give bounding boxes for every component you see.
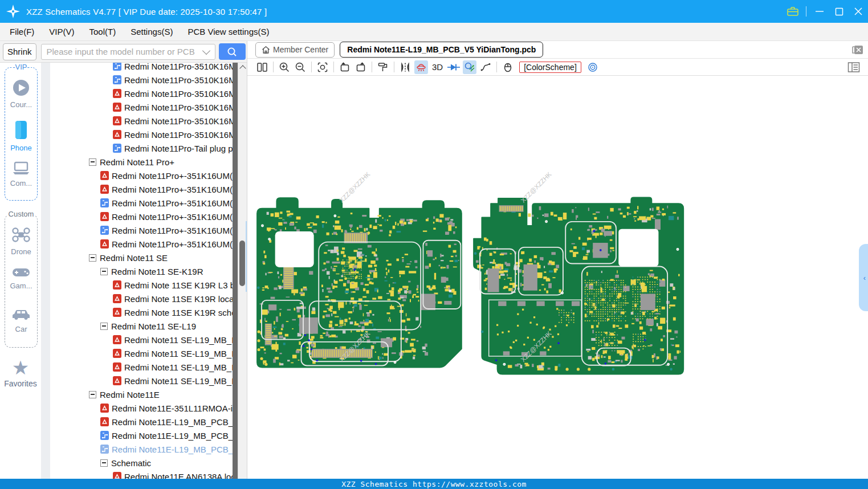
collapse-icon[interactable] [100, 323, 108, 330]
tree-item[interactable]: Redmi Note11Pro+-351K16UM( [50, 210, 233, 223]
collapse-panel-handle-right[interactable]: ‹ [859, 244, 868, 311]
sidebar-item-phone[interactable]: Phone [5, 120, 37, 152]
tree-item[interactable]: Redmi Note11E-351L11RMOA-i [50, 401, 233, 415]
tree-item[interactable]: Redmi Note11Pro-3510K16M [50, 87, 233, 100]
colorscheme-button[interactable]: [ColorScheme] [519, 62, 581, 73]
title-bar: XZZ Schematics V4.77 [ VIP Due date: 202… [0, 0, 868, 23]
minimize-button[interactable] [810, 0, 829, 23]
tree-item[interactable]: Redmi Note11Pro-3510K16M [50, 63, 233, 73]
close-button[interactable] [849, 0, 868, 23]
tree-item[interactable]: Redmi Note11Pro-3510K16M [50, 100, 233, 114]
tree-node[interactable]: Redmi Note11 Pro+ [50, 155, 233, 169]
tree-item[interactable]: Redmi Note11Pro+-351K16UM( [50, 182, 233, 196]
tree-node[interactable]: Redmi Note11 SE-L19 [50, 319, 233, 333]
pcb-file-tab[interactable]: Redmi Note11E-L19_MB_PCB_V5 YiDianTong.p… [340, 42, 543, 58]
zoom-in-button[interactable] [278, 60, 291, 74]
zoom-out-button[interactable] [294, 60, 307, 74]
member-center-label: Member Center [273, 45, 328, 54]
tree-item-label: Redmi Note11 SE-L19_MB_P( [124, 349, 233, 358]
pcb-canvas[interactable]: XZZ@XZZHKXZZ@XZZHKXZZ@XZZHKXZZ@XZZHK ‹ [247, 76, 868, 479]
sidebar-item-label: Cour... [10, 100, 32, 109]
member-center-button[interactable]: Member Center [255, 42, 335, 58]
menu-item-file-f-[interactable]: File(F) [2, 23, 42, 40]
viewer-toolbar: 3D [ColorScheme] [247, 59, 868, 76]
tree-item[interactable]: Redmi Note11E AN6138A loc [50, 470, 233, 479]
tree-item[interactable]: Redmi Note11E-L19_MB_PCB_V [50, 415, 233, 429]
rotate-cw-button[interactable] [354, 60, 368, 74]
close-tab-icon[interactable] [851, 44, 863, 55]
trace-inspect-button[interactable] [463, 60, 476, 74]
collapse-icon[interactable] [89, 254, 96, 262]
mouse-settings-button[interactable] [501, 60, 515, 74]
eye-target-icon[interactable] [586, 60, 600, 74]
maximize-button[interactable] [829, 0, 849, 23]
collapse-icon[interactable] [89, 391, 96, 398]
menu-item-pcb-view-settings-s-[interactable]: PCB View settings(S) [180, 23, 276, 40]
collapse-icon[interactable] [100, 268, 108, 275]
sidebar-item-com[interactable]: Com... [5, 161, 37, 188]
tree-node[interactable]: Schematic [50, 456, 233, 470]
tree-node[interactable]: Redmi Note11 SE-K19R [50, 264, 233, 278]
vip-group-label: -VIP- [11, 63, 31, 71]
mirror-flip-button[interactable] [398, 60, 412, 74]
menu-item-settings-s-[interactable]: Settings(S) [123, 23, 180, 40]
sidebar-item-car[interactable]: Car [5, 308, 37, 333]
tree-item[interactable]: Redmi Note 11SE K19R scher [50, 305, 233, 319]
tree-item[interactable]: Redmi Note11Pro-3510K16M [50, 114, 233, 128]
tree-item[interactable]: Redmi Note11Pro+-351K16UM( [50, 169, 233, 182]
menu-item-tool-t-[interactable]: Tool(T) [82, 23, 124, 40]
search-button[interactable] [219, 43, 246, 60]
layer-panel-toggle-icon[interactable] [847, 62, 860, 73]
phone-icon [14, 120, 28, 142]
fit-view-button[interactable] [316, 60, 329, 74]
tree-item[interactable]: Redmi Note11Pro+-351K16UM( [50, 223, 233, 237]
sidebar-item-drone[interactable]: Drone [5, 226, 37, 256]
sidebar-item-label: Phone [10, 144, 32, 152]
pdf-file-icon [113, 130, 121, 139]
tree-item[interactable]: Redmi Note11Pro-Tail plug p [50, 141, 233, 155]
tree-item[interactable]: Redmi Note 11SE K19R locat [50, 292, 233, 305]
tree-item-label: Redmi Note11Pro-3510K16M [124, 89, 233, 99]
model-tree-panel: Redmi Note11Pro-3510K16MRedmi Note11Pro-… [50, 63, 233, 479]
pdf-file-icon [100, 185, 109, 194]
paint-brush-button[interactable] [376, 60, 390, 74]
tree-item[interactable]: Redmi Note11 SE-L19_MB_P( [50, 347, 233, 360]
tree-item[interactable]: Redmi Note 11SE K19R L3 bl [50, 278, 233, 292]
sidebar-item-cour[interactable]: Cour... [5, 79, 37, 109]
tree-item-label: Redmi Note11E-L19_MB_PCB_V [112, 417, 233, 427]
tree-item[interactable]: Redmi Note11Pro-3510K16M [50, 128, 233, 141]
sidebar-item-gam[interactable]: Gam... [5, 267, 37, 290]
pdf-file-icon [100, 404, 109, 413]
menu-item-vip-v-[interactable]: VIP(V) [42, 23, 81, 40]
rotate-ccw-button[interactable] [338, 60, 352, 74]
shrink-button[interactable]: Shrink [3, 43, 36, 60]
dual-view-button[interactable] [255, 60, 269, 74]
wire-curve-button[interactable] [479, 60, 492, 74]
tree-item[interactable]: Redmi Note11 SE-L19_MB_P( [50, 374, 233, 388]
lamp-highlight-button[interactable] [414, 60, 428, 74]
tree-item[interactable]: Redmi Note11Pro+-351K16UM( [50, 196, 233, 210]
tree-item[interactable]: Redmi Note11Pro+-351K16UM( [50, 237, 233, 251]
panel-splitter[interactable] [233, 63, 238, 479]
vip-briefcase-icon[interactable] [783, 0, 802, 23]
tree-item[interactable]: Redmi Note11E-L19_MB_PCB_V [50, 429, 233, 442]
collapse-icon[interactable] [100, 459, 108, 467]
custom-group: CustomDroneGam...Car [5, 214, 38, 348]
scroll-up-icon[interactable] [239, 65, 246, 71]
chevron-down-icon[interactable] [202, 46, 210, 54]
tree-item-label: Redmi Note11Pro+-351K16UM( [112, 171, 233, 181]
tree-node[interactable]: Redmi Note11 SE [50, 251, 233, 264]
tree-item-label: Redmi Note11Pro-3510K16M [124, 130, 233, 140]
tree-item[interactable]: Redmi Note11 SE-L19_MB_P( [50, 360, 233, 374]
diode-mode-button[interactable] [447, 60, 461, 74]
tree-item[interactable]: Redmi Note11E-L19_MB_PCB_V [50, 442, 233, 456]
scrollbar-thumb[interactable] [239, 241, 245, 286]
search-input[interactable] [42, 47, 202, 56]
3d-view-button[interactable]: 3D [432, 62, 443, 72]
sidebar-item-favorites[interactable]: ★Favorites [0, 358, 41, 388]
collapse-icon[interactable] [89, 158, 96, 166]
tree-node[interactable]: Redmi Note11E [50, 388, 233, 401]
pdf-file-icon [100, 171, 109, 180]
tree-item[interactable]: Redmi Note11Pro-3510K16M [50, 73, 233, 87]
tree-item[interactable]: Redmi Note11 SE-L19_MB_P( [50, 333, 233, 347]
